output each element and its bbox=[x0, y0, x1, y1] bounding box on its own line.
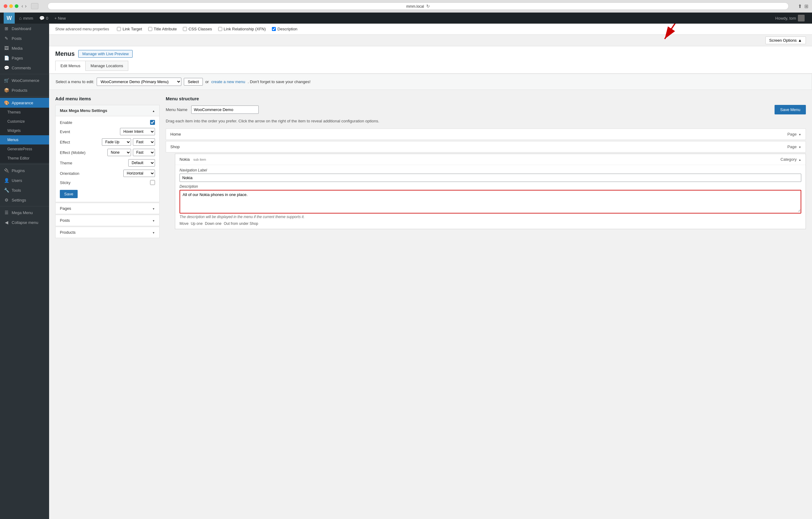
effect-speed-select[interactable]: Fast bbox=[133, 138, 155, 146]
settings-icon: ⚙ bbox=[4, 197, 9, 203]
nokia-item-name: Nokia bbox=[179, 157, 190, 162]
tab-icon[interactable]: ⊞ bbox=[804, 3, 808, 9]
forward-icon[interactable]: › bbox=[25, 3, 26, 9]
share-icon[interactable]: ⬆ bbox=[798, 3, 802, 9]
sidebar-item-theme-editor[interactable]: Theme Editor bbox=[0, 154, 49, 163]
admin-bar-comments[interactable]: 💬 0 bbox=[36, 12, 51, 24]
menu-item-home: Home Page bbox=[166, 128, 806, 140]
nokia-item-header[interactable]: Nokia sub item Category bbox=[175, 154, 806, 165]
browser-dots bbox=[4, 4, 19, 8]
css-classes-checkbox[interactable] bbox=[183, 27, 187, 31]
sidebar-label-collapse: Collapse menu bbox=[12, 220, 38, 225]
browser-tab[interactable] bbox=[31, 3, 38, 9]
live-preview-button[interactable]: Manage with Live Preview bbox=[78, 50, 133, 58]
products-accordion-header[interactable]: Products bbox=[56, 227, 159, 238]
sidebar-item-comments[interactable]: 💬 Comments bbox=[0, 63, 49, 73]
enable-checkbox[interactable] bbox=[150, 120, 155, 125]
posts-accordion-label: Posts bbox=[60, 218, 70, 223]
css-classes-check[interactable]: CSS Classes bbox=[183, 27, 212, 31]
orientation-row: Orientation Horizontal bbox=[60, 170, 155, 177]
sidebar-item-customize[interactable]: Customize bbox=[0, 117, 49, 126]
event-select[interactable]: Hover Intent bbox=[120, 128, 155, 135]
sidebar-item-plugins[interactable]: 🔌 Plugins bbox=[0, 165, 49, 176]
nokia-item-body: Navigation Label Description All of our … bbox=[175, 165, 806, 229]
theme-select[interactable]: Default bbox=[128, 159, 155, 166]
sidebar-item-posts[interactable]: ✎ Posts bbox=[0, 33, 49, 43]
posts-accordion-header[interactable]: Posts bbox=[56, 215, 159, 226]
move-down-link[interactable]: Down one bbox=[205, 221, 223, 226]
sidebar-item-settings[interactable]: ⚙ Settings bbox=[0, 195, 49, 205]
tab-edit-menus[interactable]: Edit Menus bbox=[55, 61, 86, 71]
sidebar-sep-3 bbox=[0, 164, 49, 164]
sidebar-item-products[interactable]: 📦 Products bbox=[0, 85, 49, 95]
sidebar-item-users[interactable]: 👤 Users bbox=[0, 176, 49, 185]
title-attr-check[interactable]: Title Attribute bbox=[148, 27, 177, 31]
sticky-checkbox[interactable] bbox=[150, 180, 155, 185]
live-preview-label: Manage with Live Preview bbox=[82, 52, 128, 56]
comments-icon: 💬 bbox=[39, 16, 45, 21]
save-menu-button[interactable]: Save Menu bbox=[775, 105, 806, 114]
move-out-link[interactable]: Out from under Shop bbox=[224, 221, 258, 226]
effect-mobile-select[interactable]: None bbox=[108, 149, 131, 156]
maximize-dot[interactable] bbox=[15, 4, 19, 8]
pages-accordion-header[interactable]: Pages bbox=[56, 203, 159, 214]
address-bar[interactable]: mmm.local ↻ bbox=[48, 2, 789, 10]
sidebar-item-mega-menu[interactable]: ☰ Mega Menu bbox=[0, 208, 49, 217]
link-relationship-check[interactable]: Link Relationship (XFN) bbox=[218, 27, 266, 31]
description-field-label: Description bbox=[179, 184, 801, 189]
move-up-link[interactable]: Up one bbox=[191, 221, 204, 226]
description-checkbox[interactable] bbox=[272, 27, 276, 31]
home-item-type[interactable]: Page bbox=[787, 132, 801, 136]
minimize-dot[interactable] bbox=[9, 4, 13, 8]
link-target-checkbox[interactable] bbox=[117, 27, 121, 31]
shop-item-type[interactable]: Page bbox=[787, 145, 801, 149]
sidebar-item-dashboard[interactable]: ⊞ Dashboard bbox=[0, 24, 49, 33]
sidebar-item-collapse[interactable]: ◀ Collapse menu bbox=[0, 217, 49, 227]
sidebar-item-tools[interactable]: 🔧 Tools bbox=[0, 185, 49, 195]
sidebar-item-woocommerce[interactable]: 🛒 WooCommerce bbox=[0, 75, 49, 85]
home-icon: ⌂ bbox=[19, 16, 22, 21]
menu-select-dropdown[interactable]: WooCommerce Demo (Primary Menu) bbox=[97, 78, 181, 86]
sidebar-item-media[interactable]: 🖼 Media bbox=[0, 43, 49, 53]
nokia-item-type[interactable]: Category bbox=[780, 157, 801, 162]
reload-icon[interactable]: ↻ bbox=[426, 4, 430, 8]
back-icon[interactable]: ‹ bbox=[22, 3, 23, 9]
link-target-check[interactable]: Link Target bbox=[117, 27, 142, 31]
orientation-select[interactable]: Horizontal bbox=[123, 170, 155, 177]
sidebar-item-generatepress[interactable]: GeneratePress bbox=[0, 145, 49, 154]
pages-accordion-label: Pages bbox=[60, 206, 71, 211]
select-button[interactable]: Select bbox=[184, 78, 203, 86]
sidebar-item-appearance[interactable]: 🎨 Appearance bbox=[0, 98, 49, 108]
menu-name-input[interactable] bbox=[191, 105, 259, 114]
wp-logo[interactable]: W bbox=[4, 12, 15, 24]
create-new-menu-link[interactable]: create a new menu bbox=[211, 80, 245, 84]
sidebar-item-menus[interactable]: Menus bbox=[0, 135, 49, 145]
howdy-text[interactable]: Howdy, tom bbox=[772, 15, 808, 22]
tab-manage-locations[interactable]: Manage Locations bbox=[85, 61, 128, 71]
wp-main: Show advanced menu properties Link Targe… bbox=[49, 24, 812, 519]
comments-count: 0 bbox=[46, 16, 48, 21]
sidebar-item-pages[interactable]: 📄 Pages bbox=[0, 53, 49, 63]
nokia-name-area: Nokia sub item bbox=[179, 157, 206, 162]
effect-mobile-speed-select[interactable]: Fast bbox=[133, 149, 155, 156]
move-links: Move Up one Down one Out from under Shop bbox=[179, 221, 801, 226]
browser-actions: ⬆ ⊞ bbox=[798, 3, 808, 9]
close-dot[interactable] bbox=[4, 4, 7, 8]
link-relationship-checkbox[interactable] bbox=[218, 27, 222, 31]
sticky-label: Sticky bbox=[60, 180, 70, 185]
drag-hint: Drag each item into the order you prefer… bbox=[166, 118, 806, 124]
title-attr-checkbox[interactable] bbox=[148, 27, 152, 31]
mega-menu-save-button[interactable]: Save bbox=[60, 190, 78, 198]
admin-bar-site[interactable]: ⌂ mmm bbox=[16, 12, 36, 24]
effect-select[interactable]: Fade Up bbox=[102, 138, 131, 146]
move-out-label: Out from under Shop bbox=[224, 221, 258, 226]
mega-menu-header[interactable]: Max Mega Menu Settings bbox=[56, 105, 159, 116]
screen-options-button[interactable]: Screen Options ▲ bbox=[765, 36, 806, 44]
effect-mobile-label: Effect (Mobile) bbox=[60, 150, 86, 155]
description-check[interactable]: Description bbox=[272, 27, 297, 31]
nav-label-input[interactable] bbox=[179, 174, 801, 182]
sidebar-item-widgets[interactable]: Widgets bbox=[0, 126, 49, 135]
description-textarea[interactable]: All of our Nokia phones in one place. bbox=[180, 190, 801, 212]
admin-bar-new[interactable]: + New bbox=[51, 12, 69, 24]
sidebar-item-themes[interactable]: Themes bbox=[0, 108, 49, 117]
